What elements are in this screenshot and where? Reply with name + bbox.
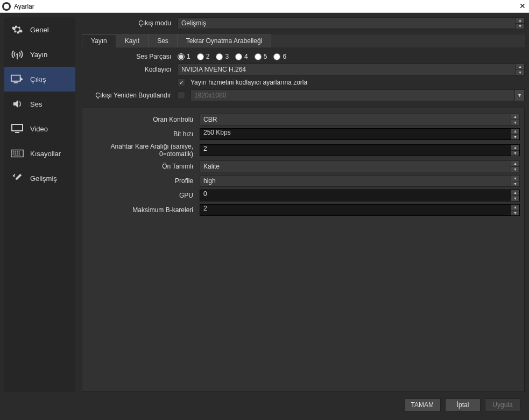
enforce-checkbox[interactable] (178, 79, 185, 86)
sidebar-item-hotkeys[interactable]: Kısayollar (4, 141, 75, 166)
output-icon (10, 73, 25, 86)
audio-track-1[interactable]: 1 (178, 53, 191, 60)
tabs: Yayın Kayıt Ses Tekrar Oynatma Arabelleğ… (82, 34, 525, 47)
preset-select[interactable]: Kalite ▲▼ (200, 160, 520, 172)
footer: TAMAM İptal Uygula (0, 396, 529, 420)
tab-audio[interactable]: Ses (149, 34, 178, 47)
bframes-input[interactable]: 2 ▲▼ (200, 204, 520, 216)
tab-replay-buffer[interactable]: Tekrar Oynatma Arabelleği (178, 34, 271, 47)
keyframe-input[interactable]: 2 ▲▼ (200, 144, 520, 156)
preset-label: Ön Tanımlı (87, 163, 196, 170)
bitrate-label: Bit hızı (87, 130, 196, 138)
app-icon (2, 2, 11, 11)
sidebar-item-label: Gelişmiş (30, 174, 57, 183)
sidebar-item-label: Çıkış (30, 75, 46, 83)
sidebar-item-advanced[interactable]: Gelişmiş (4, 166, 75, 191)
select-spinner[interactable]: ▲▼ (516, 18, 524, 29)
cancel-button[interactable]: İptal (445, 398, 481, 411)
bitrate-input[interactable]: 250 Kbps ▲▼ (200, 128, 520, 140)
antenna-icon (10, 48, 25, 61)
output-mode-select[interactable]: Gelişmiş ▲▼ (178, 17, 525, 29)
titlebar: Ayarlar ✕ (0, 0, 529, 13)
audio-track-5[interactable]: 5 (255, 53, 267, 60)
select-spinner[interactable]: ▲▼ (516, 64, 524, 75)
audio-track-label: Ses Parçası (82, 53, 174, 60)
tools-icon (10, 172, 25, 185)
audio-track-3[interactable]: 3 (216, 53, 229, 60)
window-title: Ayarlar (14, 3, 518, 10)
encoder-label: Kodlayıcı (82, 66, 174, 73)
gear-icon (10, 23, 25, 36)
rescale-value: 1920x1080 (194, 92, 226, 99)
monitor-icon (10, 122, 25, 135)
bframes-label: Maksimum B-kareleri (87, 206, 196, 214)
sidebar-item-label: Ses (30, 100, 42, 108)
sidebar-item-video[interactable]: Video (4, 116, 75, 141)
output-mode-value: Gelişmiş (181, 19, 206, 27)
sidebar: Genel Yayın Çıkış Ses Video (4, 17, 75, 392)
profile-label: Profile (87, 177, 196, 185)
speaker-icon (10, 97, 25, 110)
encoder-value: NVIDIA NVENC H.264 (181, 66, 246, 73)
sidebar-item-audio[interactable]: Ses (4, 92, 75, 116)
audio-track-4[interactable]: 4 (235, 53, 248, 60)
tab-stream[interactable]: Yayın (82, 34, 116, 47)
keyboard-icon (10, 147, 25, 160)
audio-track-2[interactable]: 2 (197, 53, 210, 60)
rate-control-select[interactable]: CBR ▲▼ (200, 114, 520, 125)
gpu-label: GPU (87, 192, 196, 199)
chevron-down-icon: ▼ (514, 90, 524, 101)
profile-select[interactable]: high ▲▼ (200, 175, 520, 187)
encoder-panel: Oran Kontrolü CBR ▲▼ Bit hızı 250 Kbps ▲… (82, 108, 525, 392)
keyframe-label: Anahtar Kare Aralığı (saniye, 0=otomatik… (87, 143, 196, 158)
rate-control-label: Oran Kontrolü (87, 116, 196, 123)
audio-track-6[interactable]: 6 (273, 53, 286, 60)
close-icon[interactable]: ✕ (518, 2, 527, 11)
rescale-select: 1920x1080 ▼ (191, 89, 525, 101)
audio-track-radios: 1 2 3 4 5 6 (178, 53, 286, 60)
gpu-input[interactable]: 0 ▲▼ (200, 190, 520, 201)
rescale-label: Çıkışı Yeniden Boyutlandır (82, 92, 174, 99)
rescale-checkbox[interactable] (178, 92, 185, 99)
sidebar-item-label: Yayın (30, 51, 47, 59)
sidebar-item-general[interactable]: Genel (4, 17, 75, 42)
apply-button: Uygula (485, 398, 520, 411)
output-mode-label: Çıkış modu (82, 19, 174, 27)
enforce-label: Yayın hizmetini kodlayıcı ayarlarına zor… (191, 79, 307, 86)
sidebar-item-label: Genel (30, 26, 49, 34)
encoder-select[interactable]: NVIDIA NVENC H.264 ▲▼ (178, 64, 525, 75)
sidebar-item-label: Video (30, 125, 48, 133)
tab-record[interactable]: Kayıt (116, 34, 149, 47)
content: Çıkış modu Gelişmiş ▲▼ Yayın Kayıt Ses T… (82, 17, 525, 392)
ok-button[interactable]: TAMAM (404, 398, 441, 411)
sidebar-item-label: Kısayollar (30, 150, 61, 158)
sidebar-item-stream[interactable]: Yayın (4, 42, 75, 67)
sidebar-item-output[interactable]: Çıkış (4, 67, 75, 92)
